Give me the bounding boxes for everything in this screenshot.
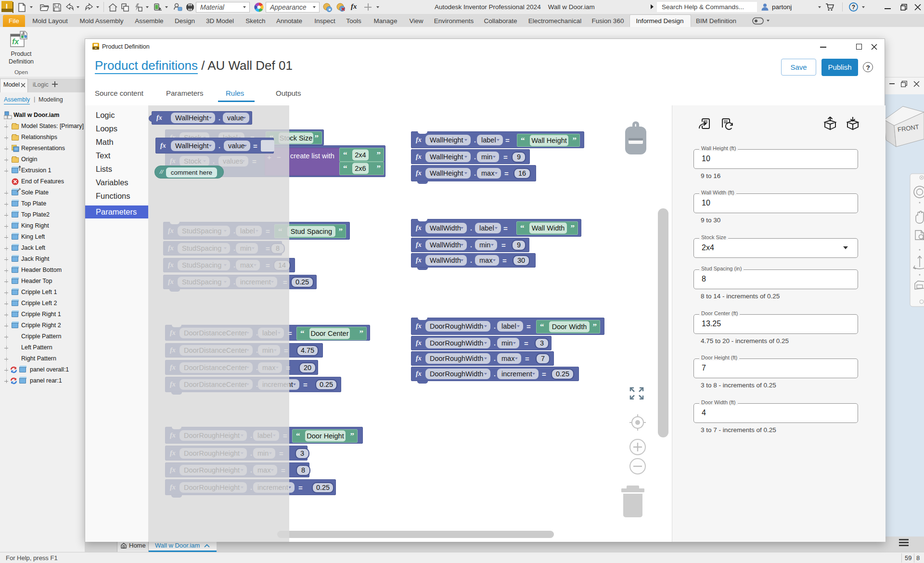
- svg-text:fx: fx: [12, 38, 19, 46]
- svg-text:?: ?: [852, 4, 855, 11]
- svg-text:I: I: [6, 2, 8, 10]
